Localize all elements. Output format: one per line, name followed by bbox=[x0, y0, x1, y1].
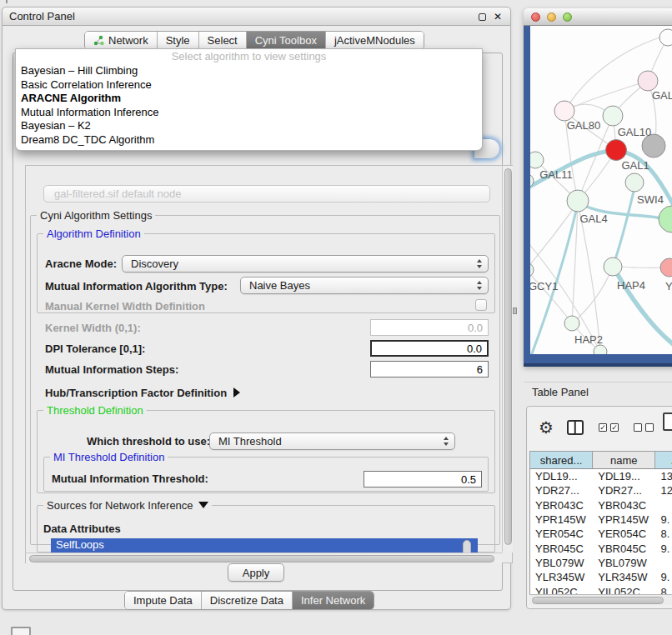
node-unlabeled-top[interactable] bbox=[659, 29, 672, 46]
float-window-icon[interactable] bbox=[479, 13, 486, 21]
network-window-titlebar bbox=[524, 8, 672, 26]
manual-kernel-checkbox[interactable] bbox=[475, 299, 487, 311]
control-panel-titlebar: Control Panel ✕ bbox=[3, 8, 510, 26]
tab-infer-network[interactable]: Infer Network bbox=[293, 592, 374, 609]
table-horizontal-scrollbar[interactable] bbox=[529, 594, 672, 605]
window-zoom-icon[interactable] bbox=[563, 12, 572, 22]
node-salmon[interactable] bbox=[660, 258, 672, 277]
node-bottom-small[interactable] bbox=[594, 345, 607, 354]
node-label: GCY1 bbox=[530, 280, 558, 292]
close-panel-icon[interactable]: ✕ bbox=[494, 12, 502, 22]
dropdown-item[interactable]: Bayesian – Hill Climbing bbox=[16, 64, 482, 78]
tab-select[interactable]: Select bbox=[199, 32, 247, 49]
aracne-mode-select[interactable]: Discovery bbox=[122, 255, 489, 272]
node-label: GAL bbox=[652, 89, 672, 102]
dropdown-item-selected[interactable]: ARACNE Algorithm bbox=[16, 92, 482, 106]
node-label: GAL11 bbox=[539, 168, 573, 181]
combo-stepper-icon bbox=[477, 259, 482, 268]
table-row[interactable]: YBL079WYBL079W bbox=[530, 556, 672, 570]
mi-algorithm-type-select[interactable]: Naive Bayes bbox=[240, 277, 489, 294]
attributes-list-scrollbar[interactable] bbox=[463, 540, 471, 552]
settings-vertical-scrollbar[interactable] bbox=[502, 166, 513, 552]
deselect-all-columns-icon[interactable] bbox=[634, 423, 654, 432]
node-gal1[interactable] bbox=[606, 140, 627, 161]
dropdown-prompt: Select algorithm to view settings bbox=[16, 49, 482, 64]
list-item[interactable]: SelfLoops bbox=[51, 538, 478, 552]
node-label: HAP4 bbox=[617, 279, 645, 292]
network-window-frame: GAL GAL80 GAL10 GAL1 GAL11 SWI4 GAL4 GCY… bbox=[524, 26, 672, 367]
dropdown-item[interactable]: Bayesian – K2 bbox=[16, 119, 482, 133]
mi-steps-field[interactable]: 6 bbox=[370, 361, 489, 378]
mi-threshold-field[interactable]: 0.5 bbox=[364, 471, 482, 488]
tab-discretize-data[interactable]: Discretize Data bbox=[202, 592, 293, 609]
table-row[interactable]: YDL19...YDL19...13 bbox=[530, 469, 672, 483]
table-row[interactable]: YBR045CYBR045C9. bbox=[530, 541, 672, 555]
table-row[interactable]: YDR27...YDR27...12 bbox=[530, 483, 672, 498]
dropdown-item[interactable]: Dream8 DC_TDC Algorithm bbox=[16, 133, 482, 148]
clipped-panel-icon bbox=[11, 627, 31, 635]
dpi-tolerance-field[interactable]: 0.0 bbox=[370, 340, 489, 357]
table-row[interactable]: YBR043CYBR043C bbox=[530, 498, 672, 512]
tab-network[interactable]: Network bbox=[85, 32, 158, 49]
column-layout-icon[interactable] bbox=[567, 420, 584, 435]
mi-threshold-label: Mutual Information Threshold: bbox=[52, 472, 208, 485]
node-swi4[interactable] bbox=[625, 173, 644, 192]
window-close-icon[interactable] bbox=[531, 12, 540, 22]
node-label: GAL4 bbox=[579, 212, 607, 225]
aracne-mode-label: Aracne Mode: bbox=[45, 258, 117, 270]
network-view-window: GAL GAL80 GAL10 GAL1 GAL11 SWI4 GAL4 GCY… bbox=[524, 8, 672, 367]
node-gal10[interactable] bbox=[603, 106, 623, 126]
dropdown-item[interactable]: Mutual Information Inference bbox=[16, 106, 482, 120]
node-gcy1[interactable] bbox=[530, 262, 534, 278]
column-header-name[interactable]: name bbox=[593, 452, 655, 468]
node-label: GAL1 bbox=[621, 159, 649, 172]
column-header-partial[interactable]: A bbox=[655, 452, 672, 468]
dropdown-item[interactable]: Basic Correlation Inference bbox=[16, 78, 482, 92]
which-threshold-select[interactable]: MI Threshold bbox=[209, 432, 455, 450]
column-header-shared-name[interactable]: shared... bbox=[530, 452, 593, 468]
node-label: SWI4 bbox=[637, 193, 664, 206]
node-label: GAL80 bbox=[567, 119, 600, 132]
combo-stepper-icon bbox=[477, 281, 482, 290]
node-gal80[interactable] bbox=[554, 101, 574, 121]
apply-button[interactable]: Apply bbox=[228, 563, 284, 582]
which-threshold-label: Which threshold to use: bbox=[87, 435, 210, 448]
node-label: HAP2 bbox=[574, 333, 603, 346]
node-hap2[interactable] bbox=[564, 316, 579, 331]
node-bright-green[interactable] bbox=[659, 206, 672, 232]
control-panel-tabbar: Network Style Select Cyni Toolbox jActiv… bbox=[84, 31, 424, 50]
network-selector-combobox[interactable]: gal-filtered.sif default node bbox=[43, 185, 490, 202]
control-panel-title: Control Panel bbox=[9, 10, 75, 22]
control-panel-window: Control Panel ✕ Network bbox=[2, 7, 511, 610]
network-canvas[interactable]: GAL GAL80 GAL10 GAL1 GAL11 SWI4 GAL4 GCY… bbox=[530, 26, 672, 354]
select-all-columns-icon[interactable]: ✓ ✓ bbox=[599, 423, 619, 432]
settings-horizontal-scrollbar[interactable] bbox=[26, 552, 502, 563]
mi-steps-label: Mutual Information Steps: bbox=[45, 363, 178, 376]
export-table-icon[interactable] bbox=[663, 412, 672, 431]
tab-impute-data[interactable]: Impute Data bbox=[125, 592, 202, 609]
hub-definition-expander[interactable]: Hub/Transcription Factor Definition bbox=[45, 387, 240, 399]
network-icon bbox=[93, 35, 104, 46]
node-label: GAL10 bbox=[618, 126, 651, 138]
tab-style[interactable]: Style bbox=[158, 32, 199, 49]
node-hap4[interactable] bbox=[604, 258, 622, 276]
node-attribute-table: shared... name A YDL19...YDL19...13 YDR2… bbox=[529, 451, 672, 594]
collapse-down-icon bbox=[198, 502, 208, 508]
clipped-toolbar-fragment bbox=[6, 0, 8, 3]
table-row[interactable]: YER054CYER054C8. bbox=[530, 527, 672, 541]
kernel-width-field[interactable]: 0.0 bbox=[370, 319, 489, 336]
application-root: Control Panel ✕ Network bbox=[0, 0, 672, 635]
node-gal4[interactable] bbox=[567, 190, 589, 212]
node-gal11[interactable] bbox=[530, 152, 544, 168]
node-gal-partial[interactable] bbox=[638, 71, 658, 91]
tab-cyni-toolbox[interactable]: Cyni Toolbox bbox=[247, 32, 326, 49]
table-row[interactable]: YPR145WYPR145W9. bbox=[530, 512, 672, 527]
gear-icon[interactable]: ⚙ bbox=[539, 418, 554, 438]
window-minimize-icon[interactable] bbox=[547, 12, 556, 22]
tab-jactivemnodules[interactable]: jActiveMNodules bbox=[326, 32, 424, 49]
sources-collapser[interactable]: Sources for Network Inference bbox=[43, 499, 212, 512]
combo-stepper-icon bbox=[444, 437, 449, 446]
panel-splitter-grip[interactable] bbox=[513, 308, 517, 314]
table-row[interactable]: YLR345WYLR345W9. bbox=[530, 570, 672, 584]
data-attributes-list[interactable]: SelfLoops TopologicalCoefficient Between… bbox=[51, 538, 478, 552]
